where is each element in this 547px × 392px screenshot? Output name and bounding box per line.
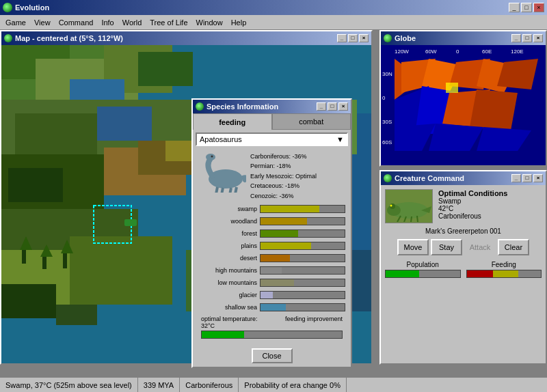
habitat-forest-bar xyxy=(260,229,345,238)
habitat-desert-label: desert xyxy=(198,255,260,262)
habitat-low-mountains-label: low mountains xyxy=(198,279,260,286)
svg-line-71 xyxy=(222,188,223,193)
creature-title-bar: Creature Command _ □ × xyxy=(381,171,546,185)
habitat-desert: desert xyxy=(198,253,345,264)
habitat-low-mountains: low mountains xyxy=(198,277,345,288)
era-permian: Permian: -18% xyxy=(250,161,317,171)
svg-point-67 xyxy=(209,169,243,188)
map-minimize[interactable]: _ xyxy=(337,34,347,42)
menu-help[interactable]: Help xyxy=(227,17,251,28)
svg-rect-20 xyxy=(22,250,26,264)
condition-temp: 42°C xyxy=(438,205,507,212)
attack-button[interactable]: Attack xyxy=(464,239,496,255)
feeding-bar-fill xyxy=(467,270,519,277)
svg-rect-6 xyxy=(70,79,124,100)
creature-minimize[interactable]: _ xyxy=(511,174,521,182)
habitat-low-mountains-fill xyxy=(261,279,294,286)
species-maximize[interactable]: □ xyxy=(328,102,337,111)
close-app-button[interactable]: × xyxy=(533,3,544,12)
svg-rect-11 xyxy=(8,168,63,202)
move-button[interactable]: Move xyxy=(397,239,429,255)
species-minimize[interactable]: _ xyxy=(317,102,326,111)
habitat-shallow-sea: shallow sea xyxy=(198,302,345,313)
era-early-mesozoic: Early Mesozoic: Optimal xyxy=(250,171,317,181)
habitat-high-mountains-fill xyxy=(261,267,282,274)
habitat-swamp-bar xyxy=(260,205,345,213)
clear-button[interactable]: Clear xyxy=(498,239,529,255)
creature-close[interactable]: × xyxy=(533,174,543,182)
feeding-improvement-bar xyxy=(201,331,343,339)
svg-text:60E: 60E xyxy=(482,48,492,55)
map-maximize[interactable]: □ xyxy=(348,34,358,42)
habitat-shallow-sea-label: shallow sea xyxy=(198,304,260,311)
menu-game[interactable]: Game xyxy=(1,17,30,28)
map-title-bar: Map - centered at (5°S, 112°W) _ □ × xyxy=(1,31,371,45)
svg-rect-28 xyxy=(165,141,193,161)
svg-text:120W: 120W xyxy=(395,48,409,55)
progress-section: Population Feeding xyxy=(385,261,542,278)
menu-world[interactable]: World xyxy=(118,17,146,28)
habitat-woodland-label: woodland xyxy=(198,218,260,225)
menu-view[interactable]: View xyxy=(30,17,55,28)
menu-command[interactable]: Command xyxy=(55,17,98,28)
map-window-controls: _ □ × xyxy=(337,34,369,42)
creature-image xyxy=(385,189,433,223)
species-dropdown[interactable]: Apatosaurus ▼ xyxy=(196,132,348,146)
map-close[interactable]: × xyxy=(359,34,369,42)
era-info: Carboniferous: -36% Permian: -18% Early … xyxy=(250,152,317,201)
tab-combat[interactable]: combat xyxy=(272,113,351,130)
habitat-glacier-fill xyxy=(261,292,273,298)
svg-line-66 xyxy=(417,216,418,222)
habitat-desert-bar xyxy=(260,254,345,262)
species-close-button[interactable]: Close xyxy=(252,348,293,363)
app-icon xyxy=(3,3,12,12)
svg-text:0: 0 xyxy=(456,48,459,55)
habitat-woodland-bar xyxy=(260,217,345,225)
globe-window-controls: _ □ × xyxy=(511,34,543,42)
svg-rect-9 xyxy=(97,107,152,141)
svg-line-72 xyxy=(230,188,231,193)
species-name: Apatosaurus xyxy=(200,135,242,143)
svg-point-68 xyxy=(206,154,215,160)
habitat-glacier-label: glacier xyxy=(198,292,260,298)
habitat-glacier-bar xyxy=(260,291,345,299)
minimize-button[interactable]: _ xyxy=(509,3,520,12)
population-label: Population xyxy=(385,261,461,268)
habitat-swamp: swamp xyxy=(198,204,345,214)
map-icon xyxy=(4,34,12,42)
menu-window[interactable]: Window xyxy=(192,17,227,28)
species-close[interactable]: × xyxy=(338,102,348,111)
optimal-conditions-label: Optimal Conditions xyxy=(438,189,507,197)
globe-title: Globe xyxy=(395,34,416,42)
globe-window: Globe _ □ × 120W 60W 0 60E 120E 30N 0 30… xyxy=(379,30,547,167)
globe-content[interactable]: 120W 60W 0 60E 120E 30N 0 30S 60S xyxy=(381,45,546,165)
era-text: Carboniferous xyxy=(185,381,232,389)
menu-tree-of-life[interactable]: Tree of Life xyxy=(146,17,191,28)
species-title-bar: Species Information _ □ × xyxy=(193,100,351,113)
habitat-high-mountains: high mountains xyxy=(198,265,345,276)
mya-text: 339 MYA xyxy=(144,381,174,389)
feeding-improvement-label: feeding improvement xyxy=(285,316,343,329)
species-info-area: Carboniferous: -36% Permian: -18% Early … xyxy=(193,149,351,343)
biome-text: Swamp, 37°C (525m above sea level) xyxy=(5,381,132,389)
maximize-button[interactable]: □ xyxy=(521,3,532,12)
habitat-swamp-label: swamp xyxy=(198,206,260,212)
species-window-controls: _ □ × xyxy=(317,102,348,111)
title-bar: Evolution _ □ × xyxy=(0,0,547,15)
habitat-glacier: glacier xyxy=(198,290,345,300)
tab-feeding[interactable]: feeding xyxy=(193,113,272,130)
species-window: Species Information _ □ × feeding combat… xyxy=(191,98,352,368)
globe-close[interactable]: × xyxy=(533,34,543,42)
habitat-shallow-sea-bar xyxy=(260,303,345,311)
creature-title: Creature Command xyxy=(395,174,464,182)
globe-maximize[interactable]: □ xyxy=(522,34,532,42)
status-era: Carboniferous xyxy=(180,378,239,392)
app-title: Evolution xyxy=(15,3,509,12)
svg-rect-5 xyxy=(138,52,193,86)
stay-button[interactable]: Stay xyxy=(431,239,462,255)
menu-info[interactable]: Info xyxy=(97,17,118,28)
habitat-plains: plains xyxy=(198,240,345,251)
creature-maximize[interactable]: □ xyxy=(522,174,532,182)
habitat-swamp-fill xyxy=(261,206,319,212)
globe-minimize[interactable]: _ xyxy=(511,34,521,42)
